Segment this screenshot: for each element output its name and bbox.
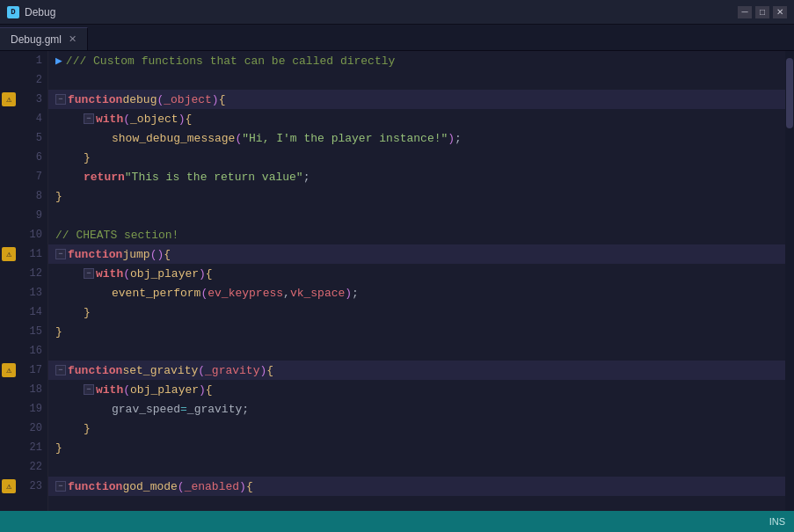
line-number: 10 [30, 229, 42, 241]
token-paren: ) [448, 132, 455, 145]
code-line: } [48, 148, 785, 167]
token-brace: { [219, 93, 226, 106]
scrollbar-thumb[interactable] [786, 58, 793, 128]
scrollbar[interactable] [785, 51, 794, 511]
code-line: grav_speed = _gravity; [48, 399, 785, 419]
token-paren: ( [123, 113, 130, 126]
token-paren: ) [259, 364, 266, 377]
code-line: −function god_mode(_enabled) { [48, 477, 785, 496]
token-plain: ; [303, 171, 310, 184]
minimize-button[interactable]: ─ [738, 6, 752, 18]
token-obj: obj_player [130, 267, 199, 281]
collapse-icon[interactable]: − [55, 365, 66, 375]
line-number: 22 [30, 461, 42, 473]
gutter-row: 10 [0, 225, 47, 244]
code-line [48, 206, 785, 225]
code-line: } [48, 322, 785, 341]
line-number: 19 [30, 403, 42, 415]
token-plain: ; [455, 132, 462, 145]
line-number: 15 [30, 325, 42, 338]
code-line: −function set_gravity(_gravity) { [48, 361, 785, 380]
gutter-row: 2 [0, 70, 47, 90]
token-fn-name: show_debug_message [112, 132, 235, 145]
token-paren: ) [212, 93, 219, 106]
code-line: event_perform(ev_keypress, vk_space); [48, 283, 785, 302]
tab-close-icon[interactable]: ✕ [69, 33, 76, 45]
token-param: _object [164, 93, 212, 106]
token-paren: ( [178, 480, 185, 493]
token-ev: vk_space [290, 287, 345, 300]
app-icon: D [7, 6, 19, 18]
token-comment: // CHEATS section! [55, 229, 178, 242]
token-paren: ( [235, 132, 242, 145]
token-kw: return [84, 171, 125, 184]
line-number: 14 [30, 306, 42, 318]
token-brace: } [55, 325, 62, 339]
gutter-row: 15 [0, 322, 47, 341]
token-paren: () [150, 248, 164, 261]
code-line: return "This is the return value"; [48, 167, 785, 186]
code-line [48, 70, 785, 90]
code-line: } [48, 302, 785, 322]
collapse-icon[interactable]: − [84, 268, 94, 279]
title-text: Debug [25, 6, 738, 18]
code-line: −with(obj_player) { [48, 380, 785, 399]
warning-icon: ⚠ [2, 247, 16, 261]
gutter-row: ⚠17 [0, 361, 47, 380]
collapse-icon[interactable]: − [84, 113, 94, 124]
gutter-row: 6 [0, 148, 47, 167]
token-paren: ( [123, 383, 130, 397]
line-number: 18 [30, 383, 42, 396]
title-bar: D Debug ─ □ ✕ [0, 0, 794, 25]
tab-debug-gml[interactable]: Debug.gml ✕ [0, 27, 88, 50]
token-fn-name: god_mode [122, 480, 177, 493]
token-brace: } [55, 190, 62, 203]
line-number: 21 [30, 441, 42, 454]
gutter-row: 7 [0, 167, 47, 186]
token-kw: with [96, 383, 123, 397]
token-kw: function [68, 480, 122, 493]
token-brace: } [84, 151, 91, 164]
gutter-row: 19 [0, 399, 47, 419]
token-fn-name: jump [122, 248, 149, 261]
token-ev: ev_keypress [208, 287, 283, 300]
token-paren: ( [198, 364, 205, 377]
gutter-row: 1 [0, 51, 47, 70]
maximize-button[interactable]: □ [755, 6, 769, 18]
token-var: _gravity [187, 403, 242, 416]
status-bar: INS [0, 511, 794, 532]
collapse-icon[interactable]: − [84, 384, 94, 395]
collapse-icon[interactable]: − [55, 249, 66, 259]
token-paren: ) [199, 383, 206, 397]
close-button[interactable]: ✕ [773, 6, 787, 18]
tab-label: Debug.gml [11, 33, 62, 46]
line-number: 9 [36, 209, 42, 222]
token-kw: function [68, 248, 122, 261]
code-line: −function jump() { [48, 244, 785, 264]
code-area[interactable]: ▶/// Custom functions that can be called… [48, 51, 785, 511]
gutter-row: 18 [0, 380, 47, 399]
status-right: INS [769, 516, 785, 527]
line-number: 7 [36, 171, 42, 183]
collapse-icon[interactable]: − [55, 481, 66, 492]
token-paren: ( [200, 287, 208, 300]
token-plain: ; [242, 403, 249, 416]
line-number: 2 [36, 74, 42, 86]
collapse-icon[interactable]: − [55, 94, 66, 105]
line-number: 3 [36, 93, 42, 106]
line-number: 5 [36, 132, 42, 144]
token-brace: } [84, 306, 91, 319]
token-comment: /// Custom functions that can be called … [66, 55, 395, 68]
token-paren: ( [123, 267, 130, 281]
tab-bar: Debug.gml ✕ [0, 25, 794, 51]
window-controls: ─ □ ✕ [738, 6, 787, 18]
token-string: "Hi, I'm the player instance!" [242, 132, 448, 145]
line-number: 11 [30, 248, 42, 260]
token-brace: { [206, 383, 213, 397]
token-kw: function [68, 364, 122, 377]
token-kw: function [68, 93, 122, 106]
line-number: 4 [36, 113, 42, 125]
editor-container: 12⚠345678910⚠111213141516⚠171819202122⚠2… [0, 51, 794, 511]
token-fn-name: set_gravity [122, 364, 198, 377]
line-number: 12 [30, 267, 42, 280]
